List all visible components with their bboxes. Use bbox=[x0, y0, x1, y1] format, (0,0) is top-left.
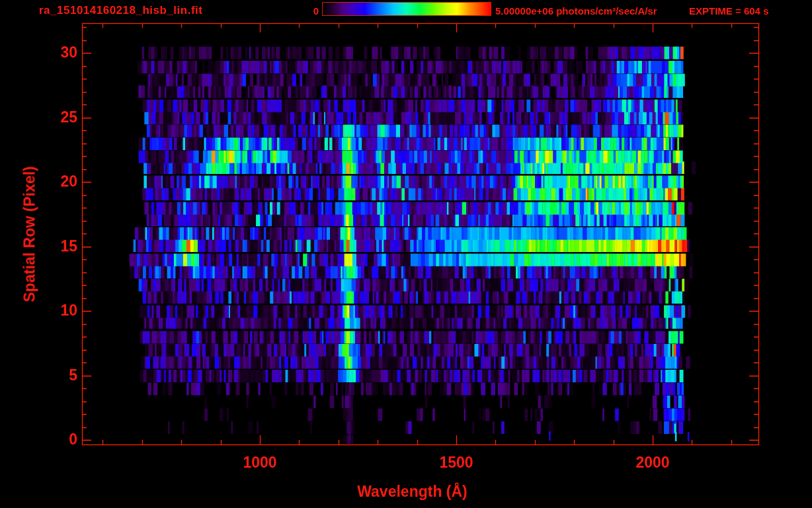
y-tick-label: 0 bbox=[44, 431, 77, 448]
y-tick-label: 5 bbox=[44, 366, 77, 384]
colorbar bbox=[322, 2, 491, 16]
y-tick-label: 20 bbox=[44, 173, 77, 190]
y-tick-label: 10 bbox=[44, 302, 77, 319]
plot-window: ra_151014160218_hisb_lin.fit 0 5.00000e+… bbox=[0, 0, 812, 508]
x-tick-label: 1000 bbox=[220, 454, 300, 472]
filename-title: ra_151014160218_hisb_lin.fit bbox=[39, 4, 202, 17]
x-axis-title: Wavelength (Å) bbox=[357, 483, 467, 501]
spectrogram-canvas bbox=[0, 0, 812, 508]
colorbar-max-label: 5.00000e+06 photons/cm²/sec/A/sr bbox=[495, 5, 657, 17]
y-tick-label: 15 bbox=[44, 237, 77, 255]
x-tick-label: 1500 bbox=[417, 454, 496, 472]
colorbar-gradient bbox=[323, 3, 491, 15]
x-tick-label: 2000 bbox=[613, 454, 692, 472]
colorbar-min-label: 0 bbox=[298, 5, 319, 17]
y-tick-label: 30 bbox=[44, 44, 77, 62]
y-axis-title: Spatial Row (Pixel) bbox=[21, 166, 39, 302]
exptime-label: EXPTIME = 604 s bbox=[689, 5, 768, 17]
y-tick-label: 25 bbox=[44, 108, 77, 126]
